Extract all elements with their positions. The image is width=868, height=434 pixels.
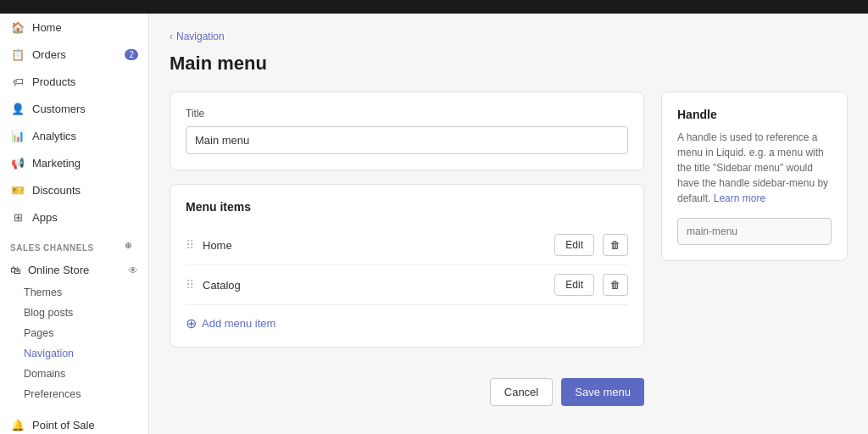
sidebar-item-label: Customers: [32, 103, 86, 115]
drag-handle-icon[interactable]: ⠿: [186, 238, 194, 252]
sales-channels-title: SALES CHANNELS: [10, 243, 94, 253]
content-area: Title Menu items ⠿ Home Edit 🗑 ⠿: [170, 92, 848, 415]
sidebar-item-marketing[interactable]: 📢 Marketing: [0, 149, 148, 176]
delete-home-button[interactable]: 🗑: [603, 234, 628, 256]
menu-item-name: Catalog: [203, 279, 546, 292]
sidebar-sub-domains[interactable]: Domains: [0, 364, 148, 384]
discounts-icon: 🎫: [10, 182, 25, 198]
menu-item-name: Home: [203, 239, 546, 252]
add-sales-channel-icon[interactable]: ⊕: [125, 241, 138, 254]
chevron-left-icon: ‹: [170, 31, 173, 42]
products-icon: 🏷: [10, 74, 25, 89]
title-label: Title: [186, 108, 628, 120]
breadcrumb[interactable]: ‹ Navigation: [170, 31, 848, 42]
top-bar: [0, 0, 868, 14]
menu-items-card: Menu items ⠿ Home Edit 🗑 ⠿ Catalog Edit: [170, 184, 644, 348]
sub-item-label: Navigation: [24, 348, 74, 359]
orders-badge: 2: [125, 49, 138, 60]
marketing-icon: 📢: [10, 155, 25, 170]
learn-more-link[interactable]: Learn more: [714, 192, 765, 204]
edit-catalog-button[interactable]: Edit: [554, 274, 594, 296]
menu-items-title: Menu items: [186, 200, 628, 214]
sidebar-item-label: Marketing: [32, 157, 81, 170]
title-input[interactable]: [186, 126, 628, 154]
footer-actions: Cancel Save menu: [170, 378, 644, 415]
sidebar-item-label: Discounts: [32, 184, 81, 197]
apps-icon: ⊞: [10, 209, 25, 225]
trash-icon: 🗑: [610, 239, 620, 251]
edit-home-button[interactable]: Edit: [554, 234, 594, 256]
handle-card: Handle A handle is used to reference a m…: [661, 92, 848, 261]
sidebar-item-pos[interactable]: 🔔 Point of Sale: [0, 411, 148, 434]
online-store-label: Online Store: [28, 264, 121, 276]
customers-icon: 👤: [10, 101, 25, 116]
sidebar-sub-pages[interactable]: Pages: [0, 323, 148, 343]
add-menu-item-button[interactable]: ⊕ Add menu item: [186, 305, 628, 331]
sidebar-sub-themes[interactable]: Themes: [0, 282, 148, 303]
handle-description: A handle is used to reference a menu in …: [677, 130, 832, 206]
sidebar-sub-navigation[interactable]: Navigation: [0, 343, 148, 364]
save-menu-button[interactable]: Save menu: [561, 378, 644, 406]
sub-item-label: Domains: [24, 368, 65, 380]
page-title: Main menu: [170, 53, 848, 75]
sidebar-item-label: Products: [32, 75, 75, 88]
sales-channels-section: SALES CHANNELS ⊕: [0, 231, 148, 258]
sidebar-item-label: Analytics: [32, 130, 76, 142]
plus-circle-icon: ⊕: [186, 315, 197, 331]
home-icon: 🏠: [10, 19, 25, 35]
menu-item-row: ⠿ Catalog Edit 🗑: [186, 265, 628, 305]
content-right: Handle A handle is used to reference a m…: [661, 92, 848, 415]
sidebar-item-analytics[interactable]: 📊 Analytics: [0, 122, 148, 149]
sidebar-item-label: Home: [32, 21, 62, 34]
sidebar-item-products[interactable]: 🏷 Products: [0, 68, 148, 95]
sidebar-item-home[interactable]: 🏠 Home: [0, 14, 148, 41]
cancel-button[interactable]: Cancel: [490, 378, 553, 406]
delete-catalog-button[interactable]: 🗑: [603, 274, 628, 296]
sub-item-label: Blog posts: [24, 307, 73, 319]
menu-item-row: ⠿ Home Edit 🗑: [186, 225, 628, 265]
sidebar-sub-preferences[interactable]: Preferences: [0, 384, 148, 404]
sub-item-label: Pages: [24, 327, 53, 339]
sub-item-label: Preferences: [24, 388, 81, 400]
sidebar-item-label: Apps: [32, 211, 58, 224]
breadcrumb-label: Navigation: [176, 31, 225, 42]
analytics-icon: 📊: [10, 128, 25, 143]
sub-item-label: Themes: [24, 287, 62, 298]
sidebar-item-customers[interactable]: 👤 Customers: [0, 95, 148, 122]
sidebar-item-discounts[interactable]: 🎫 Discounts: [0, 176, 148, 203]
main-content: ‹ Navigation Main menu Title Menu items …: [149, 14, 868, 434]
handle-input[interactable]: [677, 218, 832, 245]
sidebar-sub-blog-posts[interactable]: Blog posts: [0, 303, 148, 323]
sidebar-item-label: Point of Sale: [32, 419, 95, 431]
online-store-icon: 🛍: [10, 264, 21, 276]
trash-icon: 🗑: [610, 279, 620, 291]
sidebar-item-orders[interactable]: 📋 Orders 2: [0, 41, 148, 68]
add-menu-item-label: Add menu item: [202, 317, 275, 330]
pos-icon: 🔔: [10, 417, 25, 432]
eye-icon[interactable]: 👁: [128, 264, 138, 276]
sidebar-item-label: Orders: [32, 48, 66, 61]
handle-title: Handle: [677, 108, 832, 121]
sidebar-item-online-store[interactable]: 🛍 Online Store 👁: [0, 258, 148, 282]
content-left: Title Menu items ⠿ Home Edit 🗑 ⠿: [170, 92, 644, 415]
drag-handle-icon[interactable]: ⠿: [186, 278, 194, 292]
sidebar-item-apps[interactable]: ⊞ Apps: [0, 203, 148, 231]
sidebar: 🏠 Home 📋 Orders 2 🏷 Products 👤 Customers…: [0, 14, 149, 434]
orders-icon: 📋: [10, 47, 25, 62]
title-card: Title: [170, 92, 644, 170]
